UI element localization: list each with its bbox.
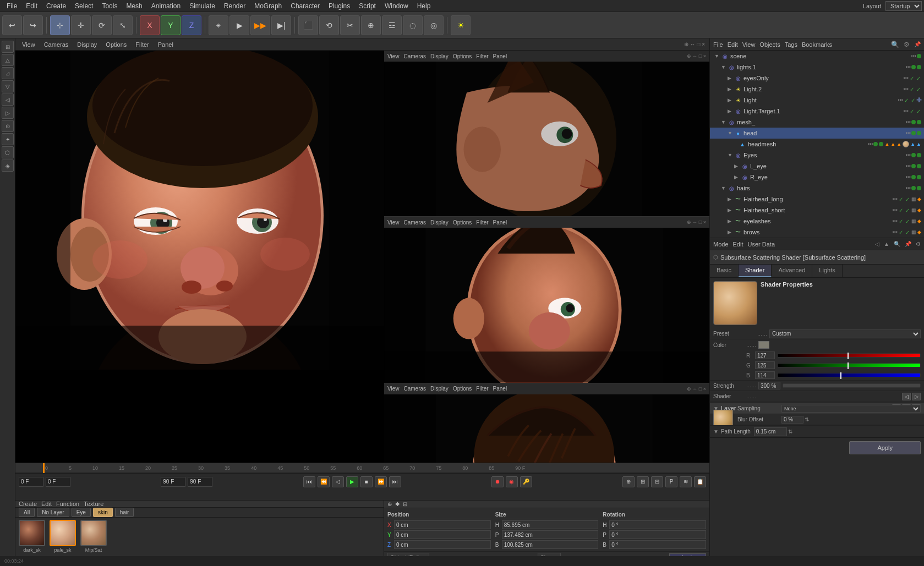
render-view-btn[interactable]: ▶ xyxy=(229,15,249,35)
om-tags[interactable]: Tags xyxy=(785,41,797,48)
om-bookmarks[interactable]: Bookmarks xyxy=(802,41,832,48)
select-tool-btn[interactable]: ⊹ xyxy=(50,15,70,35)
vmr-view[interactable]: View xyxy=(387,219,400,226)
filter-eye[interactable]: Eye xyxy=(72,508,91,517)
create-tab[interactable]: Create xyxy=(19,501,37,507)
path-length-stepper[interactable]: ⇅ xyxy=(788,428,792,435)
rot-p-input[interactable] xyxy=(609,530,706,539)
current-time-input[interactable] xyxy=(46,477,70,487)
pm-mode[interactable]: Mode xyxy=(713,241,729,248)
om-file[interactable]: File xyxy=(713,41,723,48)
light-move-icon[interactable]: ✛ xyxy=(916,96,922,104)
obj-head[interactable]: ▼ ● head ••• xyxy=(710,128,924,139)
layout-select[interactable]: Startup xyxy=(885,1,922,11)
view-tool-10[interactable]: ◈ xyxy=(2,160,14,172)
current-frame-input[interactable] xyxy=(19,477,43,487)
obj-reye[interactable]: ▶ ◎ R_eye ••• xyxy=(710,172,924,183)
menu-file[interactable]: File xyxy=(2,1,21,11)
om-pin-icon[interactable]: 📌 xyxy=(914,41,921,47)
loop-btn[interactable]: ⟲ xyxy=(319,15,339,35)
strength-value[interactable] xyxy=(758,382,780,389)
vtr-view[interactable]: View xyxy=(387,53,400,59)
knife-btn[interactable]: ✂ xyxy=(340,15,360,35)
material-pale-thumb[interactable] xyxy=(50,520,76,546)
tl-extra3[interactable]: ⊟ xyxy=(651,476,663,487)
rot-b-input[interactable] xyxy=(609,540,706,549)
size-z-input[interactable] xyxy=(502,540,599,549)
vbr-filter[interactable]: Filter xyxy=(476,386,488,392)
filter-no-layer[interactable]: No Layer xyxy=(37,508,69,517)
menu-mograph[interactable]: MoGraph xyxy=(250,1,286,11)
record-btn[interactable]: ⏺ xyxy=(491,476,504,487)
attrs-btn3[interactable]: ⊟ xyxy=(403,501,407,507)
b-value[interactable] xyxy=(755,371,775,379)
om-search-icon[interactable]: 🔍 xyxy=(891,41,899,48)
apply-btn[interactable]: Apply xyxy=(849,441,921,454)
view-tool-5[interactable]: ◁ xyxy=(2,94,14,106)
size-x-input[interactable] xyxy=(502,520,599,529)
key-all-btn[interactable]: 🔑 xyxy=(520,476,532,487)
props-gear-icon[interactable]: ⚙ xyxy=(916,241,921,247)
cube-btn[interactable]: ⬛ xyxy=(298,15,318,35)
render-btn[interactable]: ▶▶ xyxy=(250,15,270,35)
material-dark[interactable]: dark_sk xyxy=(19,520,45,553)
tl-extra6[interactable]: 📋 xyxy=(694,476,706,487)
obj-eyelashes[interactable]: ▶ 〜 eyelashes ••• ✓ ✓ ▦ ◆ xyxy=(710,216,924,227)
menu-tools[interactable]: Tools xyxy=(97,1,122,11)
color-swatch[interactable] xyxy=(758,341,769,349)
view-tool-8[interactable]: ✦ xyxy=(2,133,14,145)
props-collapse-icon[interactable]: ◁ xyxy=(875,241,879,247)
vbr-panel[interactable]: Panel xyxy=(493,386,507,392)
pos-y-input[interactable] xyxy=(394,530,491,539)
tab-lights[interactable]: Lights xyxy=(812,265,842,277)
tag4-headmesh[interactable]: ▲ xyxy=(910,141,915,147)
obj-scene[interactable]: ▼ ◎ scene ••• xyxy=(710,51,924,62)
view-tool-2[interactable]: △ xyxy=(2,54,14,66)
obj-leye[interactable]: ▶ ◎ L_eye ••• xyxy=(710,161,924,172)
end-frame-input[interactable] xyxy=(161,477,185,487)
vtr-cameras[interactable]: Cameras xyxy=(404,53,427,59)
view-tool-9[interactable]: ⬡ xyxy=(2,146,14,158)
texture-tab[interactable]: Texture xyxy=(84,501,103,507)
viewport-options-btn[interactable]: Options xyxy=(103,41,129,48)
menu-plugins[interactable]: Plugins xyxy=(324,1,354,11)
viewport-cameras-btn[interactable]: Cameras xyxy=(42,41,71,48)
material-mip-thumb[interactable] xyxy=(80,520,107,546)
light-tool-btn[interactable]: ☀ xyxy=(451,15,471,35)
tab-basic[interactable]: Basic xyxy=(710,265,739,277)
vtr-filter[interactable]: Filter xyxy=(476,53,488,59)
redo-btn[interactable]: ↪ xyxy=(23,15,43,35)
object-mode-btn[interactable]: ◈ xyxy=(209,15,228,35)
attrs-btn1[interactable]: ⊕ xyxy=(387,501,392,507)
vbr-cameras[interactable]: Cameras xyxy=(404,386,427,392)
tab-shader[interactable]: Shader xyxy=(739,265,772,277)
filter-all[interactable]: All xyxy=(19,508,35,517)
move-tool-btn[interactable]: ✛ xyxy=(71,15,91,35)
main-viewport[interactable] xyxy=(15,51,384,463)
vbr-options[interactable]: Options xyxy=(453,386,472,392)
scale-tool-btn[interactable]: ⤡ xyxy=(113,15,133,35)
prev-frame-btn[interactable]: ⏪ xyxy=(318,476,330,487)
menu-select[interactable]: Select xyxy=(70,1,97,11)
menu-edit[interactable]: Edit xyxy=(21,1,42,11)
vmr-panel[interactable]: Panel xyxy=(493,219,507,226)
obj-mesh[interactable]: ▼ ◎ mesh_ ••• xyxy=(710,117,924,128)
blur-offset-val[interactable] xyxy=(781,416,803,424)
rot-h-input[interactable] xyxy=(609,520,706,529)
vmr-cameras[interactable]: Cameras xyxy=(404,219,427,226)
y-axis-btn[interactable]: Y xyxy=(161,15,181,35)
shader-row-btn2[interactable]: ▷ xyxy=(912,393,921,400)
obj-brows[interactable]: ▶ 〜 brows ••• ✓ ✓ ▦ ◆ xyxy=(710,227,924,238)
menu-create[interactable]: Create xyxy=(42,1,70,11)
viewport-panel-btn[interactable]: Panel xyxy=(156,41,176,48)
vtr-display[interactable]: Display xyxy=(430,53,449,59)
r-slider[interactable] xyxy=(777,353,921,358)
vmr-display[interactable]: Display xyxy=(430,219,449,226)
vtr-panel[interactable]: Panel xyxy=(493,53,507,59)
pm-edit[interactable]: Edit xyxy=(733,241,743,248)
tab-advanced[interactable]: Advanced xyxy=(772,265,812,277)
shader-row-btn1[interactable]: ◁ xyxy=(902,393,911,400)
pos-z-input[interactable] xyxy=(394,540,491,549)
menu-simulate[interactable]: Simulate xyxy=(185,1,220,11)
blur-offset-stepper[interactable]: ⇅ xyxy=(805,416,809,422)
